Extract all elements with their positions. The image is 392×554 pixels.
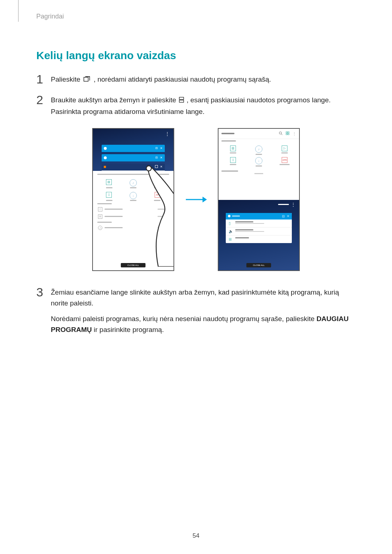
close-all-button-2: CLOSE ALL [246,263,271,267]
step-2-text: Braukite aukštyn arba žemyn ir palieskit… [51,93,356,117]
svg-point-6 [279,132,281,134]
step-1: 1 Palieskite , norėdami atidaryti paskia… [36,73,356,86]
svg-rect-11 [288,134,289,135]
recent-apps-icon [83,74,91,85]
page-header: Pagrindai [0,0,392,20]
toolbar-icons: ⋮ [279,131,296,136]
step2-before: Braukite aukštyn arba žemyn ir palieskit… [51,96,178,104]
kebab-menu-icon: ⋮ [165,131,170,137]
step1-after: , norėdami atidaryti paskiausiai naudotų… [94,75,271,83]
transition-arrow-icon [185,192,207,207]
step-1-text: Palieskite , norėdami atidaryti paskiaus… [51,73,271,85]
step3-para1: Žemiau esančiame lange slinkite aukštyn … [51,287,356,309]
kebab-icon-bottom: ⋮ [291,202,295,207]
margin-line [18,0,19,22]
apk-icon: AP [155,192,160,198]
phone-after-screenshot: ⋮ ▨ ♪ ▷ ▯ ↓ APK ⋮ ⊟✕ [218,128,300,271]
recent-app-card-1: ⊟✕ [102,145,165,152]
apk-icon-2: APK [282,157,287,163]
step3-para2-after: ir pasirinkite programą. [92,326,164,333]
step-3-text: Žemiau esančiame lange slinkite aukštyn … [51,286,356,336]
svg-rect-8 [286,132,287,133]
svg-marker-5 [203,197,207,202]
step-number-2: 2 [36,93,51,107]
section-title: Kelių langų ekrano vaizdas [36,49,356,62]
page-content: Kelių langų ekrano vaizdas 1 Palieskite … [0,20,392,336]
svg-rect-2 [179,100,184,102]
step-2: 2 Braukite aukštyn arba žemyn ir paliesk… [36,93,356,117]
step1-before: Palieskite [51,75,82,83]
settings-card: ⊟✕ ▯ 🔈 ⊞ [226,213,292,243]
svg-rect-0 [84,77,88,81]
kebab-icon: ⋮ [293,132,296,136]
svg-rect-10 [286,134,287,135]
grid-icon [286,131,290,136]
svg-line-7 [281,134,282,135]
illustration-row: ⋮ ⊟✕ ⊟✕ ✕ ▨ ♪ ▷ [36,128,356,271]
phone-before-screenshot: ⋮ ⊟✕ ⊟✕ ✕ ▨ ♪ ▷ [92,128,174,271]
step-number-1: 1 [36,73,51,86]
step-3: 3 Žemiau esančiame lange slinkite aukšty… [36,286,356,336]
step-number-3: 3 [36,286,51,299]
split-view-icon [179,95,184,106]
svg-rect-9 [288,132,289,133]
recent-app-card-3-tapped: ✕ [102,164,165,171]
svg-rect-1 [179,97,184,99]
close-all-button: CLOSE ALL [121,263,146,267]
search-icon [279,131,283,136]
recent-app-card-2: ⊟✕ [102,154,165,161]
step3-para2-before: Norėdami paleisti programas, kurių nėra … [51,315,317,323]
page-number: 54 [193,532,200,539]
